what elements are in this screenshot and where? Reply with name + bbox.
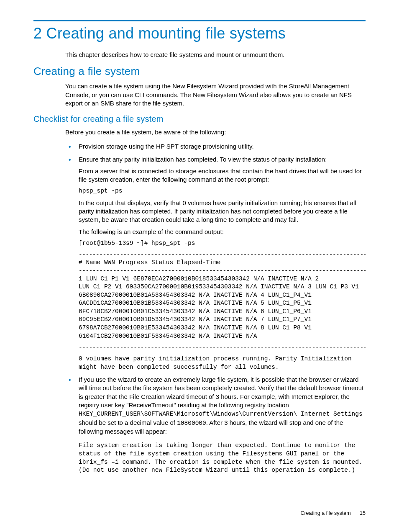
output-header: # Name WWN Progress Status Elapsed-Time [79, 259, 366, 267]
output-divider: ----------------------------------------… [79, 251, 366, 259]
command: [root@1b55-13s9 ~]# hpsp_spt -ps [79, 239, 366, 248]
registry-value: 10800000 [177, 420, 206, 427]
subsection-intro: Before you create a file system, be awar… [65, 128, 366, 136]
output-summary: 0 volumes have parity initialization pro… [79, 355, 366, 371]
bullet-text: Provision storage using the HP SPT stora… [79, 143, 254, 150]
wizard-message: File system creation is taking longer th… [79, 442, 366, 474]
top-rule [33, 20, 366, 21]
bullet-subpara: From a server that is connected to stora… [79, 167, 366, 184]
section-title: Creating a file system [33, 65, 366, 78]
text-run: If you use the wizard to create an extre… [79, 376, 363, 409]
output-divider: ----------------------------------------… [79, 344, 366, 352]
bullet-subpara: The following is an example of the comma… [79, 228, 366, 236]
bullet-subpara: In the output that displays, verify that… [79, 199, 366, 224]
page-footer: Creating a file system 15 [300, 510, 366, 516]
bullet-text: If you use the wizard to create an extre… [79, 376, 363, 435]
list-item: If you use the wizard to create an extre… [65, 375, 366, 475]
chapter-intro: This chapter describes how to create fil… [65, 51, 366, 59]
subsection-title: Checklist for creating a file system [33, 114, 366, 124]
bullet-text: Ensure that any parity initialization ha… [79, 156, 327, 163]
list-item: Provision storage using the HP SPT stora… [65, 142, 366, 151]
page-number: 15 [360, 510, 366, 516]
checklist: Provision storage using the HP SPT stora… [65, 142, 366, 474]
registry-path: HKEY_CURRENT_USER\SOFTWARE\Microsoft\Win… [79, 411, 363, 417]
output-divider: ----------------------------------------… [79, 267, 366, 275]
command-output: 1 LUN_C1_P1_V1 6E870ECA27000010B01853345… [79, 275, 366, 341]
text-run: should be set to a decimal value of [79, 419, 177, 426]
list-item: Ensure that any parity initialization ha… [65, 155, 366, 372]
section-intro: You can create a file system using the N… [65, 82, 366, 108]
footer-label: Creating a file system [300, 510, 350, 516]
command: hpsp_spt -ps [79, 187, 366, 195]
chapter-title: 2 Creating and mounting file systems [33, 25, 366, 42]
